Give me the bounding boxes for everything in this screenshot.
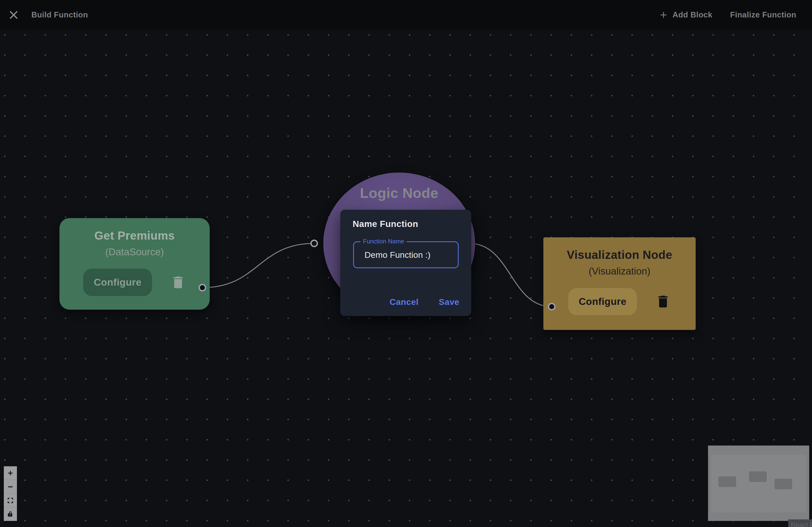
- zoom-out-icon: [7, 483, 14, 490]
- node-title: Visualization Node: [567, 248, 672, 261]
- node-title: Logic Node: [360, 185, 438, 201]
- function-name-field: Function Name: [353, 241, 459, 268]
- page-title: Build Function: [31, 10, 88, 19]
- zoom-in-button[interactable]: [4, 466, 17, 480]
- save-button[interactable]: Save: [439, 297, 459, 307]
- node-datasource[interactable]: Get Premiums (DataSource) Configure: [59, 218, 210, 310]
- plus-icon: [658, 10, 669, 20]
- function-name-input[interactable]: [354, 242, 458, 267]
- fit-view-button[interactable]: [4, 494, 17, 507]
- minimap-node-visualization: [774, 479, 792, 489]
- canvas-controls: [4, 466, 17, 521]
- finalize-function-button[interactable]: Finalize Function: [730, 10, 796, 19]
- minimap-node-logic: [749, 471, 767, 482]
- node-visualization[interactable]: Visualization Node (Visualization) Confi…: [543, 237, 696, 330]
- node-subtitle: (Visualization): [589, 266, 650, 277]
- trash-icon[interactable]: [655, 294, 671, 310]
- trash-icon[interactable]: [170, 274, 186, 290]
- zoom-in-icon: [7, 470, 14, 476]
- lock-button[interactable]: [4, 507, 17, 521]
- finalize-function-label: Finalize Function: [730, 10, 796, 19]
- attribution-label: React Flow: [791, 521, 812, 527]
- lock-icon: [7, 511, 14, 518]
- target-handle-visualization[interactable]: [548, 303, 555, 310]
- name-function-dialog: Name Function Function Name Cancel Save: [340, 210, 471, 316]
- node-actions: Configure: [83, 269, 186, 296]
- dialog-title: Name Function: [353, 219, 418, 229]
- add-block-label: Add Block: [672, 10, 713, 19]
- node-actions: Configure: [568, 288, 671, 315]
- source-handle-datasource[interactable]: [199, 284, 206, 291]
- add-block-button[interactable]: Add Block: [658, 10, 713, 20]
- minimap[interactable]: [708, 445, 809, 521]
- node-title: Get Premiums: [95, 229, 175, 242]
- target-handle-logic[interactable]: [310, 240, 318, 247]
- zoom-out-button[interactable]: [4, 480, 17, 494]
- close-button[interactable]: [4, 6, 23, 24]
- fit-view-icon: [7, 497, 14, 504]
- react-flow-attribution[interactable]: React Flow: [788, 519, 812, 527]
- toolbar: Build Function Add Block Finalize Functi…: [0, 0, 812, 30]
- configure-button[interactable]: Configure: [568, 288, 637, 315]
- close-icon: [8, 9, 19, 20]
- cancel-button[interactable]: Cancel: [390, 297, 419, 307]
- node-subtitle: (DataSource): [105, 246, 164, 258]
- dialog-actions: Cancel Save: [390, 297, 459, 307]
- minimap-node-datasource: [719, 476, 736, 487]
- configure-button[interactable]: Configure: [83, 269, 152, 296]
